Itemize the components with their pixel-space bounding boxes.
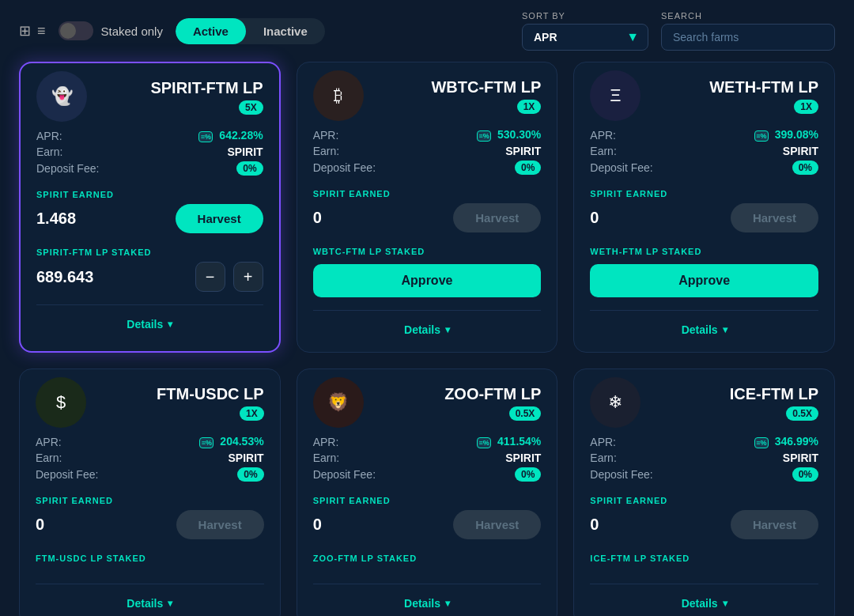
chevron-down-icon-spirit-ftm: ▾ [168,319,172,330]
apr-row-weth-ftm: APR: ≡% 399.08% [590,128,818,142]
card-logo-wbtc-ftm: ₿ [313,70,364,121]
earned-value-wbtc-ftm: 0 [313,209,322,227]
search-input[interactable] [661,24,835,51]
harvest-button-ftm-usdc[interactable]: Harvest [176,510,264,539]
logo-icon-zoo-ftm: 🦁 [327,392,349,413]
earned-section-ice-ftm: SPIRIT EARNED 0 Harvest [590,493,818,539]
grid-view-icon[interactable]: ⊞ [19,22,31,40]
logo-icon-ftm-usdc: $ [56,392,66,413]
harvest-button-wbtc-ftm[interactable]: Harvest [453,203,541,232]
tab-active[interactable]: Active [176,18,246,44]
apr-label-ftm-usdc: APR: [36,436,62,448]
deposit-fee-label-ice-ftm: Deposit Fee: [590,468,652,481]
harvest-button-zoo-ftm[interactable]: Harvest [453,510,541,539]
earn-label-weth-ftm: Earn: [590,145,616,157]
staked-section-weth-ftm: WETH-FTM LP STAKED Approve [590,244,818,297]
search-input-wrap [661,24,835,51]
staked-section-label-ice-ftm: ICE-FTM LP STAKED [590,554,690,563]
deposit-fee-row-weth-ftm: Deposit Fee: 0% [590,161,818,175]
card-title-wbtc-ftm: WBTC-FTM LP [431,78,541,96]
apr-value-ice-ftm: ≡% 346.99% [754,435,818,448]
deposit-fee-label-zoo-ftm: Deposit Fee: [313,468,376,481]
card-stats-weth-ftm: APR: ≡% 399.08% Earn: SPIRIT Deposit Fee… [590,128,818,175]
topbar: ⊞ ≡ Staked only Active Inactive SORT BY … [0,0,854,62]
card-header-spirit-ftm: 👻 SPIRIT-FTM LP 5X [36,79,263,115]
tab-inactive[interactable]: Inactive [246,18,325,44]
chevron-down-icon-ftm-usdc: ▾ [168,598,172,609]
approve-button-weth-ftm[interactable]: Approve [590,264,818,297]
details-label-ftm-usdc: Details [127,597,163,610]
details-row-zoo-ftm[interactable]: Details ▾ [313,597,542,610]
staked-section-label-weth-ftm: WETH-FTM LP STAKED [590,247,701,256]
sort-by-group: SORT BY APR Multiplier Earned Liquidity … [522,11,648,51]
deposit-fee-badge-ice-ftm: 0% [792,467,818,482]
staked-section-zoo-ftm: ZOO-FTM LP STAKED [313,550,542,571]
earned-section-label-wbtc-ftm: SPIRIT EARNED [313,189,391,198]
earned-section-spirit-ftm: SPIRIT EARNED 1.468 Harvest [36,187,263,233]
deposit-fee-row-wbtc-ftm: Deposit Fee: 0% [313,161,542,175]
earned-row-ftm-usdc: 0 Harvest [36,510,264,539]
active-inactive-tabs: Active Inactive [176,18,325,44]
harvest-button-weth-ftm[interactable]: Harvest [731,203,818,232]
approve-button-wbtc-ftm[interactable]: Approve [313,264,542,297]
earn-row-weth-ftm: Earn: SPIRIT [590,145,818,157]
details-row-weth-ftm[interactable]: Details ▾ [590,323,818,336]
chevron-down-icon-ice-ftm: ▾ [723,598,727,609]
staked-section-wbtc-ftm: WBTC-FTM LP STAKED Approve [313,244,542,297]
apr-calc-icon-zoo-ftm[interactable]: ≡% [477,437,491,448]
multiplier-badge-ftm-usdc: 1X [240,406,264,421]
card-stats-zoo-ftm: APR: ≡% 411.54% Earn: SPIRIT Deposit Fee… [313,435,542,482]
earn-row-ftm-usdc: Earn: SPIRIT [36,452,264,464]
apr-value-spirit-ftm: ≡% 642.28% [198,129,263,142]
logo-circle-ftm-usdc: $ [36,377,86,428]
card-logo-ice-ftm: ❄ [590,377,640,428]
details-row-ice-ftm[interactable]: Details ▾ [590,597,818,610]
apr-label-wbtc-ftm: APR: [313,129,339,142]
farm-card-weth-ftm: Ξ WETH-FTM LP 1X APR: ≡% 399.08% Earn: S… [573,62,835,353]
logo-circle-wbtc-ftm: ₿ [313,70,364,121]
apr-calc-icon-spirit-ftm[interactable]: ≡% [198,131,213,142]
search-label: SEARCH [661,11,835,21]
details-row-ftm-usdc[interactable]: Details ▾ [36,597,264,610]
earn-value-spirit-ftm: SPIRIT [228,145,263,158]
staked-only-toggle-wrap: Staked only [59,21,163,40]
multiplier-badge-weth-ftm: 1X [794,100,818,114]
harvest-button-ice-ftm[interactable]: Harvest [731,510,818,539]
sort-select[interactable]: APR Multiplier Earned Liquidity [522,24,648,51]
earn-row-wbtc-ftm: Earn: SPIRIT [313,145,542,157]
earn-value-ftm-usdc: SPIRIT [229,452,264,464]
list-view-icon[interactable]: ≡ [37,23,46,40]
earned-section-label-ice-ftm: SPIRIT EARNED [590,496,667,505]
apr-calc-icon-ftm-usdc[interactable]: ≡% [199,437,214,448]
details-label-wbtc-ftm: Details [404,323,440,336]
logo-icon-ice-ftm: ❄ [608,392,622,413]
deposit-fee-label-wbtc-ftm: Deposit Fee: [313,161,376,174]
staked-section-ftm-usdc: FTM-USDC LP STAKED [36,550,264,571]
card-divider-ice-ftm [590,584,818,584]
earn-row-ice-ftm: Earn: SPIRIT [590,452,818,464]
card-header-ice-ftm: ❄ ICE-FTM LP 0.5X [590,385,818,421]
multiplier-badge-zoo-ftm: 0.5X [509,406,542,421]
unstake-button-spirit-ftm[interactable]: − [195,262,225,292]
earned-section-weth-ftm: SPIRIT EARNED 0 Harvest [590,186,818,232]
details-row-wbtc-ftm[interactable]: Details ▾ [313,323,542,336]
apr-row-ftm-usdc: APR: ≡% 204.53% [36,435,264,448]
harvest-button-spirit-ftm[interactable]: Harvest [176,204,263,233]
staked-only-toggle[interactable] [59,21,93,40]
staked-section-label-wbtc-ftm: WBTC-FTM LP STAKED [313,247,425,256]
farm-card-ftm-usdc: $ FTM-USDC LP 1X APR: ≡% 204.53% Earn: S… [19,368,281,616]
staked-only-label: Staked only [101,25,163,38]
deposit-fee-badge-ftm-usdc: 0% [237,467,263,482]
card-logo-weth-ftm: Ξ [590,70,640,121]
apr-calc-icon-wbtc-ftm[interactable]: ≡% [477,130,491,142]
view-icons: ⊞ ≡ [19,22,46,40]
card-logo-zoo-ftm: 🦁 [313,377,364,428]
stake-button-spirit-ftm[interactable]: + [233,262,263,292]
apr-calc-icon-ice-ftm[interactable]: ≡% [754,437,769,448]
logo-circle-spirit-ftm: 👻 [36,71,87,122]
earned-row-spirit-ftm: 1.468 Harvest [36,204,263,233]
earned-section-label-spirit-ftm: SPIRIT EARNED [36,190,114,199]
details-row-spirit-ftm[interactable]: Details ▾ [36,318,263,331]
apr-calc-icon-weth-ftm[interactable]: ≡% [754,130,769,142]
multiplier-badge-ice-ftm: 0.5X [786,406,818,421]
